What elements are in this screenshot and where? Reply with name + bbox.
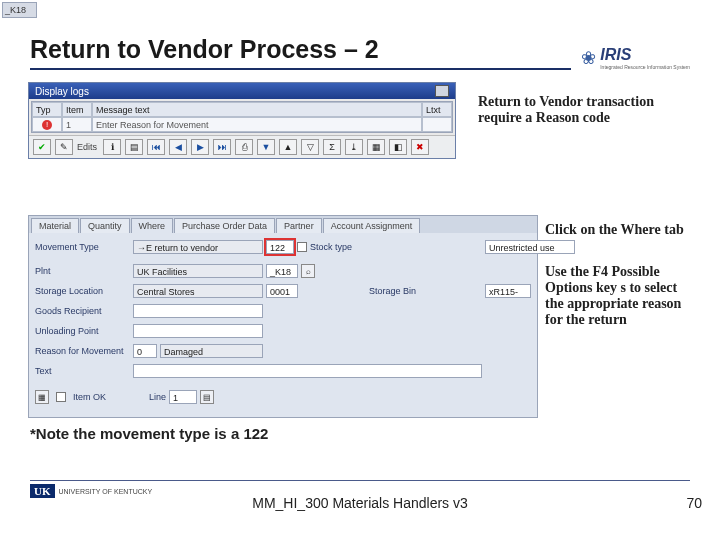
tab-quantity[interactable]: Quantity: [80, 218, 130, 233]
plant-f4-button[interactable]: ⌕: [301, 264, 315, 278]
slide-title: Return to Vendor Process – 2: [30, 35, 571, 70]
message-row-ltxt: [422, 117, 452, 132]
edits-label: Edits: [77, 142, 97, 152]
window-tag: _K18: [2, 2, 37, 18]
line-help-button[interactable]: ▤: [200, 390, 214, 404]
sort-asc-icon[interactable]: ▲: [279, 139, 297, 155]
stock-type-checkbox[interactable]: [297, 242, 307, 252]
next-icon[interactable]: ▶: [191, 139, 209, 155]
cancel-icon[interactable]: ✖: [411, 139, 429, 155]
tab-where[interactable]: Where: [131, 218, 174, 233]
sap-display-logs-window: Display logs Typ Item Message text Ltxt …: [28, 82, 456, 159]
label-line: Line: [126, 392, 166, 402]
plant-code[interactable]: _K18: [266, 264, 298, 278]
label-plant: Plnt: [35, 266, 130, 276]
plant-text: UK Facilities: [133, 264, 263, 278]
row-goods-recipient: Goods Recipient: [35, 303, 531, 319]
message-row-item: 1: [62, 117, 92, 132]
reason-code[interactable]: 0: [133, 344, 157, 358]
movement-type-code: 122: [266, 240, 294, 254]
reason-text: Damaged: [160, 344, 263, 358]
error-icon: !: [32, 117, 62, 132]
expand-button[interactable]: ▦: [35, 390, 49, 404]
info-icon[interactable]: ℹ: [103, 139, 121, 155]
row-text: Text: [35, 363, 531, 379]
footnote-movement-122: *Note the movement type is a 122: [30, 425, 268, 442]
note-f4-options: Use the F4 Possible Options key s to sel…: [545, 264, 695, 328]
sort-desc-icon[interactable]: ▽: [301, 139, 319, 155]
title-row: Return to Vendor Process – 2 ❀ IRIS Inte…: [30, 35, 690, 70]
col-message: Message text: [92, 102, 422, 117]
filter-icon[interactable]: ▤: [125, 139, 143, 155]
label-storage-bin: Storage Bin: [369, 286, 419, 296]
storage-location-text: Central Stores: [133, 284, 263, 298]
footer-rule: [30, 480, 690, 481]
label-goods-recipient: Goods Recipient: [35, 306, 130, 316]
course-code: MM_HI_300 Materials Handlers v3: [0, 495, 720, 511]
label-stock-type: Stock type: [310, 242, 352, 252]
text-input[interactable]: [133, 364, 482, 378]
detail-form-panel: Material Quantity Where Purchase Order D…: [28, 215, 538, 418]
select-icon[interactable]: ◧: [389, 139, 407, 155]
edits-button[interactable]: ✎: [55, 139, 73, 155]
last-icon[interactable]: ⏭: [213, 139, 231, 155]
message-row[interactable]: ! 1 Enter Reason for Movement: [32, 117, 452, 132]
sum-icon[interactable]: Σ: [323, 139, 341, 155]
check-icon[interactable]: ✔: [33, 139, 51, 155]
tab-material[interactable]: Material: [31, 218, 79, 233]
label-movement-type: Movement Type: [35, 242, 130, 252]
col-ltxt: Ltxt: [422, 102, 452, 117]
storage-bin-value[interactable]: xR115-103: [485, 284, 531, 298]
row-footer: ▦ Item OK Line 1 ▤: [35, 389, 531, 405]
row-plant: Plnt UK Facilities _K18 ⌕: [35, 263, 531, 279]
row-reason: Reason for Movement 0 Damaged: [35, 343, 531, 359]
detail-tabs: Material Quantity Where Purchase Order D…: [29, 216, 537, 233]
movement-type-text: →E return to vendor: [133, 240, 263, 254]
label-storage-location: Storage Location: [35, 286, 130, 296]
goods-recipient-input[interactable]: [133, 304, 263, 318]
iris-flower-icon: ❀: [581, 47, 596, 69]
close-icon[interactable]: [435, 85, 449, 97]
row-movement-type: Movement Type →E return to vendor 122 St…: [35, 239, 531, 255]
label-item-ok: Item OK: [73, 392, 123, 402]
sap-toolbar: ✔ ✎ Edits ℹ ▤ ⏮ ◀ ▶ ⏭ ⎙ ▼ ▲ ▽ Σ ⤓ ▦ ◧ ✖: [29, 135, 455, 158]
prev-icon[interactable]: ◀: [169, 139, 187, 155]
message-row-text: Enter Reason for Movement: [92, 117, 422, 132]
export-icon[interactable]: ⤓: [345, 139, 363, 155]
first-icon[interactable]: ⏮: [147, 139, 165, 155]
line-value[interactable]: 1: [169, 390, 197, 404]
col-item: Item: [62, 102, 92, 117]
storage-location-code[interactable]: 0001: [266, 284, 298, 298]
row-storage-location: Storage Location Central Stores 0001 Sto…: [35, 283, 531, 299]
down-icon[interactable]: ▼: [257, 139, 275, 155]
uk-text: UNIVERSITY OF KENTUCKY: [59, 488, 153, 495]
col-type: Typ: [32, 102, 62, 117]
tab-partner[interactable]: Partner: [276, 218, 322, 233]
tab-account[interactable]: Account Assignment: [323, 218, 421, 233]
label-text: Text: [35, 366, 130, 376]
message-table: Typ Item Message text Ltxt ! 1 Enter Rea…: [31, 101, 453, 133]
item-ok-checkbox[interactable]: [56, 392, 66, 402]
label-reason: Reason for Movement: [35, 346, 130, 356]
sap-window-title: Display logs: [35, 86, 89, 97]
stock-type-value[interactable]: Unrestricted use: [485, 240, 575, 254]
print-icon[interactable]: ⎙: [235, 139, 253, 155]
iris-logo-text: IRIS: [600, 46, 690, 64]
iris-logo-subtitle: Integrated Resource Information System: [600, 64, 690, 70]
unloading-point-input[interactable]: [133, 324, 263, 338]
row-unloading-point: Unloading Point: [35, 323, 531, 339]
note-where-tab: Click on the Where tab: [545, 222, 695, 238]
layout-icon[interactable]: ▦: [367, 139, 385, 155]
tab-po-data[interactable]: Purchase Order Data: [174, 218, 275, 233]
page-number: 70: [686, 495, 702, 511]
iris-logo: ❀ IRIS Integrated Resource Information S…: [581, 46, 690, 70]
label-unloading-point: Unloading Point: [35, 326, 130, 336]
message-table-header: Typ Item Message text Ltxt: [32, 102, 452, 117]
note-reason-code: Return to Vendor transaction require a R…: [478, 94, 658, 126]
sap-titlebar: Display logs: [29, 83, 455, 99]
form-body: Movement Type →E return to vendor 122 St…: [29, 233, 537, 417]
